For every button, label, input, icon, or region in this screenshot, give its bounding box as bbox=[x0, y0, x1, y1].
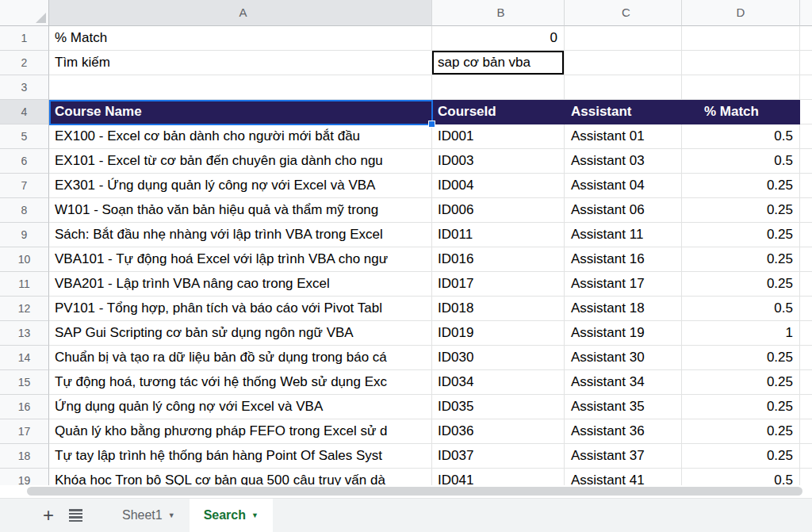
match-cell[interactable]: 0.25 bbox=[682, 395, 800, 419]
empty-cell[interactable] bbox=[800, 124, 812, 149]
assistant-cell[interactable]: Assistant 37 bbox=[565, 444, 682, 469]
horizontal-scrollbar-track[interactable] bbox=[0, 485, 812, 498]
empty-cell[interactable] bbox=[49, 75, 432, 100]
course-name-cell[interactable]: Sách: Bắt đầu nhẹ nhàng với lập trình VB… bbox=[49, 223, 432, 247]
course-name-cell[interactable]: SAP Gui Scripting cơ bản sử dụng ngôn ng… bbox=[49, 321, 432, 346]
course-name-cell[interactable]: EX101 - Excel từ cơ bản đến chuyên gia d… bbox=[49, 149, 432, 174]
row-header[interactable]: 6 bbox=[0, 149, 49, 174]
empty-cell[interactable] bbox=[432, 75, 565, 100]
course-name-cell[interactable]: Khóa học Trọn bộ SQL cơ bản qua 500 câu … bbox=[49, 469, 432, 485]
match-cell[interactable]: 0.25 bbox=[682, 444, 800, 469]
course-name-cell[interactable]: EX301 - Ứng dụng quản lý công nợ với Exc… bbox=[49, 174, 432, 198]
course-id-cell[interactable]: ID011 bbox=[432, 223, 565, 247]
row-header[interactable]: 14 bbox=[0, 346, 49, 370]
empty-cell[interactable] bbox=[800, 75, 812, 100]
course-id-cell[interactable]: ID016 bbox=[432, 247, 565, 272]
match-value-cell[interactable]: 0 bbox=[432, 26, 565, 51]
row-header[interactable]: 18 bbox=[0, 444, 49, 469]
match-cell[interactable]: 0.25 bbox=[682, 247, 800, 272]
row-header[interactable]: 9 bbox=[0, 223, 49, 247]
tab-search[interactable]: Search ▼ bbox=[190, 499, 273, 532]
assistant-cell[interactable]: Assistant 19 bbox=[565, 321, 682, 346]
column-header-c[interactable]: C bbox=[565, 0, 682, 26]
assistant-cell[interactable]: Assistant 06 bbox=[565, 198, 682, 223]
empty-cell[interactable] bbox=[800, 198, 812, 223]
course-id-cell[interactable]: ID006 bbox=[432, 198, 565, 223]
empty-cell[interactable] bbox=[682, 75, 800, 100]
match-cell[interactable]: 0.5 bbox=[682, 149, 800, 174]
empty-cell[interactable] bbox=[565, 51, 682, 75]
empty-cell[interactable] bbox=[800, 223, 812, 247]
fill-handle[interactable] bbox=[428, 121, 435, 128]
match-header-cell[interactable]: % Match bbox=[682, 100, 800, 124]
row-header[interactable]: 7 bbox=[0, 174, 49, 198]
course-name-cell[interactable]: EX100 - Excel cơ bản dành cho người mới … bbox=[49, 124, 432, 149]
add-sheet-button[interactable]: + bbox=[35, 499, 62, 532]
course-id-cell[interactable]: ID001 bbox=[432, 124, 565, 149]
empty-cell[interactable] bbox=[800, 26, 812, 51]
empty-cell[interactable] bbox=[800, 395, 812, 419]
assistant-cell[interactable]: Assistant 41 bbox=[565, 469, 682, 485]
chevron-down-icon[interactable]: ▼ bbox=[168, 512, 175, 519]
course-name-cell[interactable]: Chuẩn bị và tạo ra dữ liệu bản đồ sử dụn… bbox=[49, 346, 432, 370]
assistant-cell[interactable]: Assistant 35 bbox=[565, 395, 682, 419]
match-cell[interactable]: 0.25 bbox=[682, 370, 800, 395]
assistant-cell[interactable]: Assistant 17 bbox=[565, 272, 682, 297]
empty-cell[interactable] bbox=[800, 100, 812, 124]
search-input-cell[interactable]: sap cơ bản vba bbox=[432, 51, 565, 75]
empty-cell[interactable] bbox=[800, 419, 812, 444]
course-name-cell[interactable]: VBA101 - Tự động hoá Excel với lập trình… bbox=[49, 247, 432, 272]
assistant-cell[interactable]: Assistant 03 bbox=[565, 149, 682, 174]
row-header[interactable]: 5 bbox=[0, 124, 49, 149]
assistant-header-cell[interactable]: Assistant bbox=[565, 100, 682, 124]
row-header[interactable]: 16 bbox=[0, 395, 49, 419]
column-header-b[interactable]: B bbox=[432, 0, 565, 26]
all-sheets-button[interactable] bbox=[62, 499, 89, 532]
assistant-cell[interactable]: Assistant 36 bbox=[565, 419, 682, 444]
empty-cell[interactable] bbox=[800, 370, 812, 395]
assistant-cell[interactable]: Assistant 11 bbox=[565, 223, 682, 247]
match-cell[interactable]: 0.5 bbox=[682, 124, 800, 149]
percent-match-label-cell[interactable]: % Match bbox=[49, 26, 432, 51]
course-id-cell[interactable]: ID017 bbox=[432, 272, 565, 297]
course-id-cell[interactable]: ID030 bbox=[432, 346, 565, 370]
empty-cell[interactable] bbox=[565, 75, 682, 100]
column-header-d[interactable]: D bbox=[682, 0, 800, 26]
course-name-cell[interactable]: VBA201 - Lập trình VBA nâng cao trong Ex… bbox=[49, 272, 432, 297]
course-id-cell[interactable]: ID037 bbox=[432, 444, 565, 469]
course-name-cell[interactable]: Quản lý kho bằng phương pháp FEFO trong … bbox=[49, 419, 432, 444]
empty-cell[interactable] bbox=[800, 149, 812, 174]
column-header-e[interactable] bbox=[800, 0, 812, 26]
course-id-cell[interactable]: ID004 bbox=[432, 174, 565, 198]
match-cell[interactable]: 0.25 bbox=[682, 198, 800, 223]
course-name-cell[interactable]: W101 - Soạn thảo văn bản hiệu quả và thẩ… bbox=[49, 198, 432, 223]
assistant-cell[interactable]: Assistant 01 bbox=[565, 124, 682, 149]
course-name-cell[interactable]: Tự tay lập trình hệ thống bán hàng Point… bbox=[49, 444, 432, 469]
row-header[interactable]: 13 bbox=[0, 321, 49, 346]
empty-cell[interactable] bbox=[800, 297, 812, 321]
row-header[interactable]: 8 bbox=[0, 198, 49, 223]
match-cell[interactable]: 0.25 bbox=[682, 174, 800, 198]
row-header[interactable]: 17 bbox=[0, 419, 49, 444]
column-header-a[interactable]: A bbox=[49, 0, 432, 26]
row-header[interactable]: 12 bbox=[0, 297, 49, 321]
match-cell[interactable]: 0.25 bbox=[682, 223, 800, 247]
empty-cell[interactable] bbox=[800, 444, 812, 469]
assistant-cell[interactable]: Assistant 30 bbox=[565, 346, 682, 370]
horizontal-scrollbar-thumb[interactable] bbox=[27, 487, 802, 496]
course-id-cell[interactable]: ID003 bbox=[432, 149, 565, 174]
assistant-cell[interactable]: Assistant 16 bbox=[565, 247, 682, 272]
row-header[interactable]: 19 bbox=[0, 469, 49, 485]
select-all-button[interactable] bbox=[0, 0, 49, 26]
empty-cell[interactable] bbox=[682, 26, 800, 51]
course-id-cell[interactable]: ID019 bbox=[432, 321, 565, 346]
empty-cell[interactable] bbox=[682, 51, 800, 75]
match-cell[interactable]: 1 bbox=[682, 321, 800, 346]
course-name-cell[interactable]: PV101 - Tổng hợp, phân tích và báo cáo v… bbox=[49, 297, 432, 321]
match-cell[interactable]: 0.25 bbox=[682, 419, 800, 444]
tab-sheet1[interactable]: Sheet1 ▼ bbox=[108, 499, 190, 532]
row-header[interactable]: 3 bbox=[0, 75, 49, 100]
empty-cell[interactable] bbox=[800, 346, 812, 370]
row-header[interactable]: 1 bbox=[0, 26, 49, 51]
row-header[interactable]: 4 bbox=[0, 100, 49, 124]
